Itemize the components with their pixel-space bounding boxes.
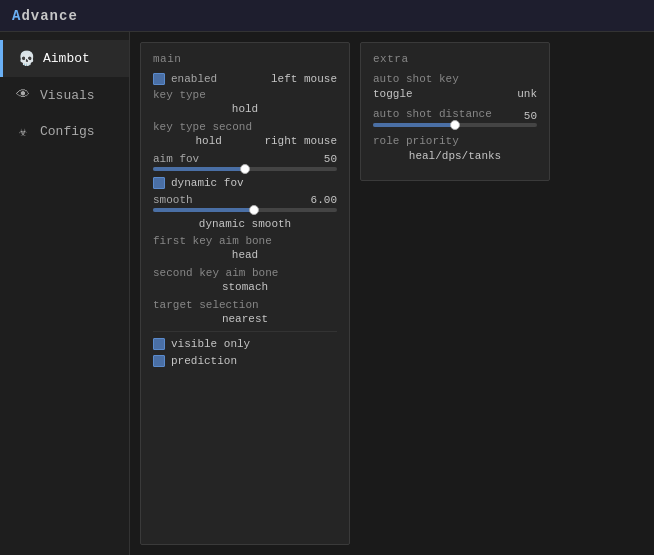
enabled-row: enabled left mouse xyxy=(153,73,337,85)
sidebar-item-aimbot[interactable]: 💀 Aimbot xyxy=(0,40,129,77)
main-layout: 💀 Aimbot 👁 Visuals ☣ Configs main enable… xyxy=(0,32,654,555)
key-type-second-value: hold xyxy=(153,135,264,147)
prediction-label: prediction xyxy=(171,355,237,367)
sidebar-label-visuals: Visuals xyxy=(40,88,95,103)
smooth-container: smooth 6.00 xyxy=(153,194,337,212)
key-type-second-label: key type second xyxy=(153,121,252,133)
key-type-value: hold xyxy=(153,103,337,115)
second-key-aim-bone-section: second key aim bone stomach xyxy=(153,267,337,293)
role-priority-label: role priority xyxy=(373,135,537,147)
extra-section-title: extra xyxy=(373,53,537,65)
app-title: Advance xyxy=(12,8,78,24)
smooth-thumb xyxy=(249,205,259,215)
main-section-title: main xyxy=(153,53,337,65)
visible-only-row: visible only xyxy=(153,338,337,350)
main-panel: main enabled left mouse key type hold ke… xyxy=(140,42,350,545)
skull-icon: 💀 xyxy=(17,50,35,67)
target-selection-section: target selection nearest xyxy=(153,299,337,325)
smooth-slider[interactable] xyxy=(153,208,337,212)
enabled-label: enabled xyxy=(171,73,217,85)
first-key-aim-bone-section: first key aim bone head xyxy=(153,235,337,261)
smooth-fill xyxy=(153,208,254,212)
aim-fov-value: 50 xyxy=(324,153,337,165)
aim-fov-thumb xyxy=(240,164,250,174)
sidebar-label-configs: Configs xyxy=(40,124,95,139)
auto-shot-key-label: auto shot key xyxy=(373,73,537,85)
content-area: main enabled left mouse key type hold ke… xyxy=(130,32,654,555)
dynamic-smooth-label: dynamic smooth xyxy=(199,218,291,230)
auto-shot-key-row: toggle unk xyxy=(373,88,537,100)
target-selection-value: nearest xyxy=(153,313,337,325)
aim-fov-container: aim fov 50 xyxy=(153,153,337,171)
role-priority-value: heal/dps/tanks xyxy=(373,150,537,162)
second-key-aim-bone-label: second key aim bone xyxy=(153,267,337,279)
auto-shot-distance-label: auto shot distance xyxy=(373,108,492,120)
toggle-label: toggle xyxy=(373,88,413,100)
enabled-checkbox[interactable] xyxy=(153,73,165,85)
smooth-value: 6.00 xyxy=(311,194,337,206)
auto-shot-distance-value: 50 xyxy=(524,110,537,122)
enabled-value: left mouse xyxy=(271,73,337,85)
prediction-checkbox[interactable] xyxy=(153,355,165,367)
sidebar-item-visuals[interactable]: 👁 Visuals xyxy=(0,77,129,113)
top-bar: Advance xyxy=(0,0,654,32)
sidebar: 💀 Aimbot 👁 Visuals ☣ Configs xyxy=(0,32,130,555)
eye-icon: 👁 xyxy=(14,87,32,103)
smooth-label: smooth xyxy=(153,194,193,206)
auto-shot-distance-slider[interactable] xyxy=(373,123,537,127)
aim-fov-label: aim fov xyxy=(153,153,199,165)
key-type-section: key type hold xyxy=(153,89,337,115)
dynamic-smooth-row: dynamic smooth xyxy=(153,218,337,230)
auto-shot-key-section: auto shot key toggle unk xyxy=(373,73,537,100)
extra-panel: extra auto shot key toggle unk auto shot… xyxy=(360,42,550,181)
first-key-aim-bone-value: head xyxy=(153,249,337,261)
auto-shot-distance-section: auto shot distance 50 xyxy=(373,108,537,127)
divider xyxy=(153,331,337,332)
aim-fov-slider[interactable] xyxy=(153,167,337,171)
target-selection-label: target selection xyxy=(153,299,337,311)
visible-only-label: visible only xyxy=(171,338,250,350)
key-type-second-right: right mouse xyxy=(264,135,337,147)
dynamic-fov-label: dynamic fov xyxy=(171,177,244,189)
second-key-aim-bone-value: stomach xyxy=(153,281,337,293)
role-priority-section: role priority heal/dps/tanks xyxy=(373,135,537,162)
biohazard-icon: ☣ xyxy=(14,123,32,140)
first-key-aim-bone-label: first key aim bone xyxy=(153,235,337,247)
toggle-value: unk xyxy=(517,88,537,100)
aim-fov-fill xyxy=(153,167,245,171)
dynamic-fov-row: dynamic fov xyxy=(153,177,337,189)
visible-only-checkbox[interactable] xyxy=(153,338,165,350)
prediction-row: prediction xyxy=(153,355,337,367)
key-type-label: key type xyxy=(153,89,337,101)
key-type-second-section: key type second hold right mouse xyxy=(153,121,337,147)
sidebar-item-configs[interactable]: ☣ Configs xyxy=(0,113,129,150)
auto-shot-distance-thumb xyxy=(450,120,460,130)
auto-shot-distance-fill xyxy=(373,123,455,127)
dynamic-fov-checkbox[interactable] xyxy=(153,177,165,189)
sidebar-label-aimbot: Aimbot xyxy=(43,51,90,66)
